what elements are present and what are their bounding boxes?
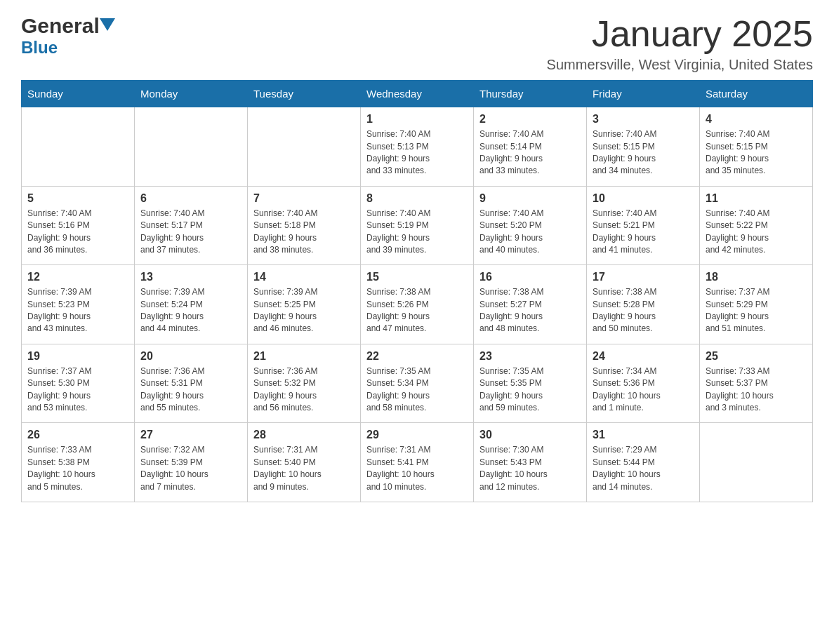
- day-info: Sunrise: 7:40 AM Sunset: 5:20 PM Dayligh…: [479, 208, 581, 257]
- calendar-cell: 25Sunrise: 7:33 AM Sunset: 5:37 PM Dayli…: [700, 344, 813, 423]
- title-section: January 2025 Summersville, West Virginia…: [547, 14, 813, 73]
- day-number: 24: [593, 350, 694, 363]
- calendar-cell: 11Sunrise: 7:40 AM Sunset: 5:22 PM Dayli…: [700, 186, 813, 265]
- day-header-saturday: Saturday: [700, 81, 813, 107]
- calendar-cell: 2Sunrise: 7:40 AM Sunset: 5:14 PM Daylig…: [474, 107, 587, 187]
- day-number: 28: [253, 429, 355, 441]
- week-row-4: 19Sunrise: 7:37 AM Sunset: 5:30 PM Dayli…: [22, 344, 813, 423]
- day-number: 27: [140, 429, 241, 441]
- calendar-cell: 9Sunrise: 7:40 AM Sunset: 5:20 PM Daylig…: [474, 186, 587, 265]
- day-info: Sunrise: 7:31 AM Sunset: 5:40 PM Dayligh…: [253, 444, 355, 493]
- calendar-cell: 29Sunrise: 7:31 AM Sunset: 5:41 PM Dayli…: [361, 423, 474, 502]
- week-row-3: 12Sunrise: 7:39 AM Sunset: 5:23 PM Dayli…: [22, 265, 813, 344]
- day-info: Sunrise: 7:36 AM Sunset: 5:32 PM Dayligh…: [253, 365, 355, 415]
- calendar-cell: 28Sunrise: 7:31 AM Sunset: 5:40 PM Dayli…: [248, 423, 361, 502]
- day-header-tuesday: Tuesday: [248, 81, 361, 107]
- svg-marker-0: [100, 18, 115, 31]
- day-info: Sunrise: 7:40 AM Sunset: 5:13 PM Dayligh…: [366, 128, 468, 177]
- day-number: 29: [366, 429, 468, 441]
- calendar-title: January 2025: [547, 14, 813, 54]
- day-info: Sunrise: 7:40 AM Sunset: 5:15 PM Dayligh…: [706, 128, 807, 177]
- day-number: 2: [479, 113, 581, 126]
- calendar-cell: 27Sunrise: 7:32 AM Sunset: 5:39 PM Dayli…: [135, 423, 248, 502]
- logo-general-text: General: [21, 14, 100, 38]
- week-row-5: 26Sunrise: 7:33 AM Sunset: 5:38 PM Dayli…: [22, 423, 813, 502]
- day-number: 3: [593, 113, 694, 126]
- day-number: 1: [366, 113, 468, 126]
- day-header-friday: Friday: [587, 81, 700, 107]
- calendar-table: SundayMondayTuesdayWednesdayThursdayFrid…: [21, 80, 813, 502]
- day-header-monday: Monday: [135, 81, 248, 107]
- logo-blue-text: Blue: [21, 38, 58, 57]
- day-info: Sunrise: 7:39 AM Sunset: 5:24 PM Dayligh…: [140, 286, 241, 335]
- day-info: Sunrise: 7:40 AM Sunset: 5:14 PM Dayligh…: [479, 128, 581, 177]
- day-header-thursday: Thursday: [474, 81, 587, 107]
- calendar-cell: 4Sunrise: 7:40 AM Sunset: 5:15 PM Daylig…: [700, 107, 813, 187]
- day-number: 20: [140, 350, 241, 363]
- day-number: 25: [706, 350, 807, 363]
- day-number: 14: [253, 271, 355, 283]
- calendar-cell: 19Sunrise: 7:37 AM Sunset: 5:30 PM Dayli…: [22, 344, 135, 423]
- day-info: Sunrise: 7:38 AM Sunset: 5:28 PM Dayligh…: [593, 286, 694, 335]
- calendar-cell: 12Sunrise: 7:39 AM Sunset: 5:23 PM Dayli…: [22, 265, 135, 344]
- week-row-1: 1Sunrise: 7:40 AM Sunset: 5:13 PM Daylig…: [22, 107, 813, 187]
- day-number: 11: [706, 192, 807, 205]
- day-info: Sunrise: 7:39 AM Sunset: 5:23 PM Dayligh…: [27, 286, 128, 335]
- day-info: Sunrise: 7:35 AM Sunset: 5:34 PM Dayligh…: [366, 365, 468, 415]
- calendar-cell: 10Sunrise: 7:40 AM Sunset: 5:21 PM Dayli…: [587, 186, 700, 265]
- day-number: 19: [27, 350, 128, 363]
- day-number: 5: [27, 192, 128, 205]
- day-info: Sunrise: 7:39 AM Sunset: 5:25 PM Dayligh…: [253, 286, 355, 335]
- calendar-cell: 1Sunrise: 7:40 AM Sunset: 5:13 PM Daylig…: [361, 107, 474, 187]
- calendar-body: 1Sunrise: 7:40 AM Sunset: 5:13 PM Daylig…: [22, 107, 813, 502]
- day-number: 6: [140, 192, 241, 205]
- logo-triangle-icon: [100, 18, 115, 31]
- day-number: 30: [479, 429, 581, 441]
- calendar-cell: 30Sunrise: 7:30 AM Sunset: 5:43 PM Dayli…: [474, 423, 587, 502]
- calendar-cell: 7Sunrise: 7:40 AM Sunset: 5:18 PM Daylig…: [248, 186, 361, 265]
- day-number: 15: [366, 271, 468, 283]
- day-info: Sunrise: 7:40 AM Sunset: 5:16 PM Dayligh…: [27, 208, 128, 257]
- day-number: 10: [593, 192, 694, 205]
- calendar-cell: 20Sunrise: 7:36 AM Sunset: 5:31 PM Dayli…: [135, 344, 248, 423]
- day-number: 23: [479, 350, 581, 363]
- day-info: Sunrise: 7:31 AM Sunset: 5:41 PM Dayligh…: [366, 444, 468, 493]
- calendar-cell: 14Sunrise: 7:39 AM Sunset: 5:25 PM Dayli…: [248, 265, 361, 344]
- calendar-cell: 23Sunrise: 7:35 AM Sunset: 5:35 PM Dayli…: [474, 344, 587, 423]
- day-info: Sunrise: 7:37 AM Sunset: 5:29 PM Dayligh…: [706, 286, 807, 335]
- day-info: Sunrise: 7:40 AM Sunset: 5:21 PM Dayligh…: [593, 208, 694, 257]
- day-info: Sunrise: 7:40 AM Sunset: 5:19 PM Dayligh…: [366, 208, 468, 257]
- day-number: 22: [366, 350, 468, 363]
- day-number: 17: [593, 271, 694, 283]
- day-info: Sunrise: 7:33 AM Sunset: 5:37 PM Dayligh…: [706, 365, 807, 415]
- calendar-header: SundayMondayTuesdayWednesdayThursdayFrid…: [22, 81, 813, 107]
- calendar-cell: 15Sunrise: 7:38 AM Sunset: 5:26 PM Dayli…: [361, 265, 474, 344]
- day-header-wednesday: Wednesday: [361, 81, 474, 107]
- calendar-cell: 18Sunrise: 7:37 AM Sunset: 5:29 PM Dayli…: [700, 265, 813, 344]
- calendar-cell: [22, 107, 135, 187]
- day-number: 12: [27, 271, 128, 283]
- day-info: Sunrise: 7:35 AM Sunset: 5:35 PM Dayligh…: [479, 365, 581, 415]
- day-number: 9: [479, 192, 581, 205]
- day-header-sunday: Sunday: [22, 81, 135, 107]
- day-info: Sunrise: 7:40 AM Sunset: 5:18 PM Dayligh…: [253, 208, 355, 257]
- calendar-cell: 3Sunrise: 7:40 AM Sunset: 5:15 PM Daylig…: [587, 107, 700, 187]
- day-info: Sunrise: 7:37 AM Sunset: 5:30 PM Dayligh…: [27, 365, 128, 415]
- calendar-cell: [135, 107, 248, 187]
- day-number: 4: [706, 113, 807, 126]
- day-number: 31: [593, 429, 694, 441]
- calendar-cell: 22Sunrise: 7:35 AM Sunset: 5:34 PM Dayli…: [361, 344, 474, 423]
- day-number: 8: [366, 192, 468, 205]
- calendar-cell: [248, 107, 361, 187]
- calendar-cell: 5Sunrise: 7:40 AM Sunset: 5:16 PM Daylig…: [22, 186, 135, 265]
- day-info: Sunrise: 7:38 AM Sunset: 5:27 PM Dayligh…: [479, 286, 581, 335]
- logo: General Blue: [21, 14, 115, 58]
- day-number: 13: [140, 271, 241, 283]
- week-row-2: 5Sunrise: 7:40 AM Sunset: 5:16 PM Daylig…: [22, 186, 813, 265]
- day-info: Sunrise: 7:36 AM Sunset: 5:31 PM Dayligh…: [140, 365, 241, 415]
- day-info: Sunrise: 7:40 AM Sunset: 5:17 PM Dayligh…: [140, 208, 241, 257]
- calendar-cell: 21Sunrise: 7:36 AM Sunset: 5:32 PM Dayli…: [248, 344, 361, 423]
- day-number: 21: [253, 350, 355, 363]
- calendar-cell: 24Sunrise: 7:34 AM Sunset: 5:36 PM Dayli…: [587, 344, 700, 423]
- calendar-cell: 17Sunrise: 7:38 AM Sunset: 5:28 PM Dayli…: [587, 265, 700, 344]
